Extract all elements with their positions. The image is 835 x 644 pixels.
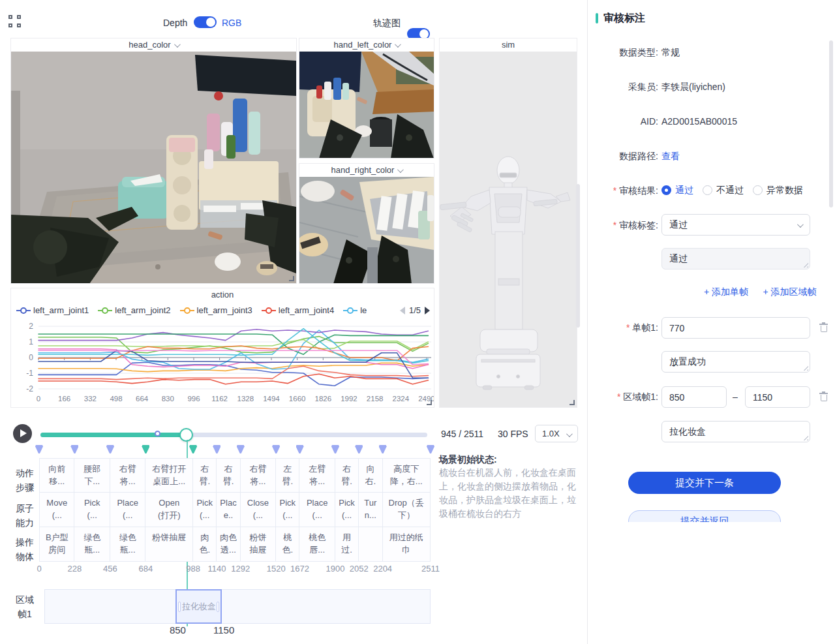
single-frame-input[interactable]: 770 [661,317,810,339]
step-cell[interactable]: 右 臂. [217,458,240,493]
head-camera-title: head_color [129,40,170,50]
step-cell[interactable]: B户型 房间 [39,527,74,562]
step-cell[interactable]: 绿色 瓶... [74,527,110,562]
submit-next-button[interactable]: 提交并下一条 [628,472,781,494]
fullscreen-icon[interactable] [8,15,21,27]
timeline-marker[interactable] [213,445,220,453]
region-end-input[interactable]: 1150 [745,386,810,408]
region-segment[interactable]: 拉化妆盒 [175,589,222,624]
step-cell[interactable]: 右臂打开 桌面上... [145,458,193,493]
delete-region-frame-icon[interactable] [819,391,828,402]
step-cell[interactable]: 高度下 降，右... [383,458,431,493]
resize-handle-icon[interactable] [289,276,294,281]
resize-handle-icon[interactable] [427,400,432,405]
step-cell[interactable]: 左臂 将... [299,458,335,493]
single-frame-note-textarea[interactable]: 放置成功 [661,351,810,373]
step-cell[interactable]: 向前 移... [39,458,74,493]
step-cell[interactable]: 肉 色. [193,527,217,562]
timeline-marker[interactable] [331,445,339,453]
step-cell[interactable]: Drop（丢 下） [383,493,431,527]
segment-left-handle[interactable] [178,602,181,612]
radio-icon[interactable] [661,185,671,195]
legend-item[interactable]: le [343,305,367,315]
hand-right-panel: hand_right_color Grid NO.1粉饼 [299,163,434,284]
step-cell[interactable]: Close (... [241,493,276,527]
step-cell[interactable]: Place (... [299,493,335,527]
delete-single-frame-icon[interactable] [819,322,828,333]
region-note-textarea[interactable]: 拉化妆盒 [661,421,810,442]
step-cell[interactable]: 粉饼 抽屉 [241,527,276,562]
add-region-frame-link[interactable]: + 添加区域帧 [763,286,817,297]
step-cell[interactable]: 用过的纸 巾 [383,527,431,562]
region-start-input[interactable]: 850 [661,386,727,408]
step-cell[interactable]: 用 过. [335,527,359,562]
result-radio-1[interactable]: 不通过 [703,185,744,195]
radio-icon[interactable] [753,185,763,195]
step-cell[interactable]: 桃 色. [276,527,299,562]
timeline-marker[interactable] [142,445,149,453]
step-cell[interactable]: 右臂 将... [110,458,145,493]
timeline-marker[interactable] [35,445,43,453]
step-cell[interactable] [359,527,382,562]
step-cell[interactable]: Plac e.. [217,493,240,527]
resize-grip-icon[interactable] [802,262,808,268]
step-cell[interactable]: Pick (... [74,493,110,527]
step-cell[interactable]: 右 臂. [335,458,359,493]
legend-item[interactable]: left_arm_joint1 [16,305,89,315]
legend-prev-icon[interactable] [400,307,405,314]
step-cell[interactable]: 肉色 透... [217,527,240,562]
segment-right-handle[interactable] [217,602,219,612]
step-cell[interactable]: Tur n... [359,493,382,527]
step-cell[interactable]: Pick (... [276,493,299,527]
timeline-marker[interactable] [296,445,304,453]
step-cell[interactable]: 绿色 瓶... [110,527,145,562]
timeline-marker[interactable] [70,445,78,453]
scene-state-text: 梳妆台在机器人前，化妆盒在桌面上，化妆盒的侧边摆放着物品，化妆品，护肤品盒垃圾在… [439,466,584,521]
submit-back-button[interactable]: 提交并返回 [628,510,781,522]
hand-right-select[interactable]: hand_right_color [299,164,434,177]
result-radio-2[interactable]: 异常数据 [753,185,803,195]
tag-select[interactable]: 通过 [661,214,810,236]
step-cell[interactable]: Pick (... [193,493,217,527]
step-cell[interactable]: 右臂 将... [241,458,276,493]
depth-rgb-toggle[interactable] [194,16,217,28]
resize-grip-icon[interactable] [802,435,808,440]
resize-handle-icon[interactable] [569,400,575,405]
play-button[interactable] [13,424,32,443]
step-cell[interactable]: 右 臂. [193,458,217,493]
result-radio-0[interactable]: 通过 [661,185,693,195]
radio-icon[interactable] [703,185,712,195]
step-cell[interactable]: Move (... [39,493,74,527]
left-scrollbar[interactable] [576,184,580,328]
timeline-marker[interactable] [189,445,197,453]
resize-grip-icon[interactable] [802,365,808,371]
step-cell[interactable]: 桃色 唇... [299,527,335,562]
speed-select[interactable]: 1.0X [535,425,578,442]
step-cell[interactable]: Open (打开) [145,493,193,527]
timeline-marker[interactable] [355,445,363,453]
hand-left-select[interactable]: hand_left_color [299,38,434,52]
head-camera-select[interactable]: head_color [11,38,296,52]
step-cell[interactable]: 粉饼抽屉 [145,527,193,562]
legend-next-icon[interactable] [425,307,430,314]
timeline-marker[interactable] [379,445,387,453]
legend-item[interactable]: left_arm_joint2 [98,305,170,315]
right-scrollbar[interactable] [829,40,833,207]
frame-axis-tick: 456 [103,564,117,574]
tag-note-textarea[interactable]: 通过 [661,248,810,269]
step-cell[interactable]: Place (... [110,493,145,527]
chevron-down-icon [397,166,404,173]
timeline-marker[interactable] [272,445,280,453]
timeline-marker[interactable] [427,445,434,453]
legend-item[interactable]: left_arm_joint3 [180,305,252,315]
add-single-frame-link[interactable]: + 添加单帧 [704,286,748,297]
legend-item[interactable]: left_arm_joint4 [262,305,334,315]
step-cell[interactable]: 腰部 下... [74,458,110,493]
step-cell[interactable]: Pick (... [335,493,359,527]
step-cell[interactable]: 左 臂. [276,458,299,493]
step-cell[interactable]: 向 右. [359,458,382,493]
data-path-link[interactable]: 查看 [661,151,680,162]
single-frame-dot[interactable] [155,431,160,437]
timeline-marker[interactable] [106,445,114,453]
timeline-marker[interactable] [237,445,245,453]
